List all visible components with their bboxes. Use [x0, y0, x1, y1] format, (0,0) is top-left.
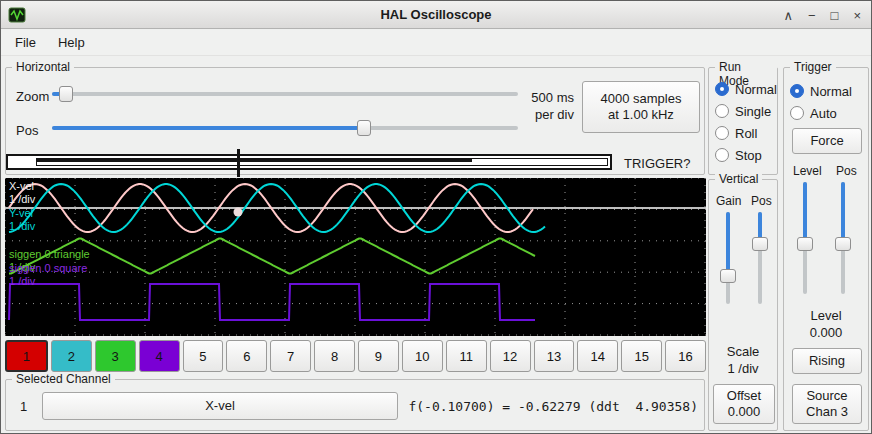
zoom-slider[interactable]: [52, 85, 518, 103]
radio-roll[interactable]: Roll: [715, 122, 777, 144]
radio-label: Normal: [735, 82, 777, 97]
sample-rate-label: at 1.00 kHz: [608, 107, 674, 123]
selected-channel-name-button[interactable]: X-vel: [42, 392, 398, 420]
trigger-level-slider[interactable]: [796, 182, 814, 294]
trigger-level-fill: [803, 182, 807, 244]
channel-button-15[interactable]: 15: [621, 340, 662, 372]
vertical-pos-handle[interactable]: [752, 237, 768, 251]
scale-caption: Scale: [709, 344, 777, 359]
radio-stop[interactable]: Stop: [715, 144, 777, 166]
channel-button-1[interactable]: 1: [5, 340, 48, 372]
close-icon[interactable]: ×: [853, 9, 861, 22]
timeline-view-window[interactable]: [36, 158, 608, 166]
gain-slider-handle[interactable]: [720, 269, 736, 283]
sample-count-label: 4000 samples: [601, 91, 682, 107]
waveform-siggen.0.square: [9, 284, 535, 320]
trigger-mode-radios: NormalAuto: [790, 80, 852, 124]
trigger-pos-slider-label: Pos: [836, 164, 857, 178]
trigger-pos-handle[interactable]: [835, 237, 851, 251]
scope-channel-scale: 1 /div: [9, 220, 35, 233]
trigger-point-marker-dot: [234, 208, 243, 217]
radio-indicator[interactable]: [715, 82, 729, 96]
trigger-edge-button[interactable]: Rising: [792, 348, 862, 374]
horizontal-group: Horizontal Zoom 500 ms per div 4000 samp…: [5, 67, 705, 175]
shade-icon[interactable]: ∧: [783, 9, 793, 22]
channel-button-5[interactable]: 5: [183, 340, 224, 372]
menu-help[interactable]: Help: [58, 35, 85, 50]
scope-channel-name: X-vel: [9, 180, 35, 193]
scope-svg: [5, 178, 706, 336]
zoom-slider-handle[interactable]: [59, 86, 73, 102]
offset-value: 0.000: [728, 404, 761, 420]
channel-button-3[interactable]: 3: [95, 340, 136, 372]
zoom-slider-groove[interactable]: [52, 92, 518, 96]
channel-button-16[interactable]: 16: [665, 340, 706, 372]
gain-slider-label: Gain: [716, 194, 741, 208]
radio-indicator[interactable]: [790, 106, 804, 120]
radio-indicator[interactable]: [715, 104, 729, 118]
channel-button-4[interactable]: 4: [139, 340, 180, 372]
channel-button-8[interactable]: 8: [314, 340, 355, 372]
trigger-position-marker[interactable]: [237, 149, 240, 177]
radio-label: Stop: [735, 148, 762, 163]
radio-label: Auto: [810, 106, 837, 121]
trigger-edge-label: Rising: [809, 353, 845, 369]
pos-slider-handle[interactable]: [357, 120, 371, 136]
vertical-group: Vertical Gain Pos Scale 1 /div Offset 0.…: [708, 179, 778, 431]
vertical-group-title: Vertical: [715, 172, 762, 186]
radio-label: Single: [735, 104, 771, 119]
trigger-level-handle[interactable]: [797, 237, 813, 251]
title-bar[interactable]: HAL Oscilloscope ∧ − □ ×: [1, 1, 871, 29]
timebase-unit: per div: [512, 106, 574, 123]
channel-button-row: 12345678910111213141516: [5, 340, 706, 372]
channel-button-11[interactable]: 11: [446, 340, 487, 372]
offset-button[interactable]: Offset 0.000: [713, 384, 775, 424]
channel-button-6[interactable]: 6: [226, 340, 267, 372]
trigger-group: Trigger NormalAuto Force Level Pos Level…: [783, 67, 869, 431]
scale-value: 1 /div: [709, 361, 777, 376]
window-controls: ∧ − □ ×: [783, 1, 861, 29]
force-trigger-button[interactable]: Force: [792, 128, 862, 154]
channel-button-9[interactable]: 9: [358, 340, 399, 372]
pos-slider[interactable]: [52, 119, 518, 137]
radio-normal[interactable]: Normal: [715, 78, 777, 100]
channel-button-2[interactable]: 2: [51, 340, 92, 372]
radio-label: Roll: [735, 126, 757, 141]
radio-single[interactable]: Single: [715, 100, 777, 122]
selected-channel-group: Selected Channel 1 X-vel f(-0.10700) = -…: [5, 379, 705, 431]
sample-rate-button[interactable]: 4000 samples at 1.00 kHz: [582, 81, 700, 133]
menu-file[interactable]: File: [15, 35, 36, 50]
channel-button-10[interactable]: 10: [402, 340, 443, 372]
trigger-source-caption: Source: [806, 388, 847, 404]
minimize-icon[interactable]: −: [808, 9, 816, 22]
vertical-pos-slider[interactable]: [751, 212, 769, 304]
trigger-question-label: TRIGGER?: [624, 156, 690, 171]
scope-channel-name: siggen.0.square: [9, 262, 87, 275]
radio-normal[interactable]: Normal: [790, 80, 852, 102]
maximize-icon[interactable]: □: [831, 9, 839, 22]
radio-auto[interactable]: Auto: [790, 102, 852, 124]
radio-indicator[interactable]: [715, 126, 729, 140]
zoom-label: Zoom: [16, 89, 49, 104]
selected-channel-name: X-vel: [205, 398, 235, 414]
scope-display[interactable]: X-vel1 /divY-vel1 /divsiggen.0.triangle1…: [5, 178, 706, 336]
radio-label: Normal: [810, 84, 852, 99]
offset-caption: Offset: [727, 388, 761, 404]
trigger-pos-slider[interactable]: [834, 182, 852, 294]
channel-button-7[interactable]: 7: [270, 340, 311, 372]
trigger-source-button[interactable]: Source Chan 3: [792, 384, 862, 424]
menu-bar: File Help: [1, 30, 871, 56]
channel-button-14[interactable]: 14: [577, 340, 618, 372]
channel-value-readout: f(-0.10700) = -0.62279 (ddt 4.90358): [404, 399, 698, 414]
radio-indicator[interactable]: [790, 84, 804, 98]
run-mode-radios: NormalSingleRollStop: [715, 78, 777, 166]
timebase-value: 500 ms: [512, 89, 574, 106]
channel-button-13[interactable]: 13: [534, 340, 575, 372]
channel-button-12[interactable]: 12: [490, 340, 531, 372]
pos-slider-fill: [52, 126, 364, 130]
acquisition-timeline[interactable]: [6, 154, 612, 170]
run-mode-group: Run Mode NormalSingleRollStop: [708, 67, 778, 175]
scope-channel-name: Y-vel: [9, 207, 35, 220]
gain-slider[interactable]: [719, 212, 737, 304]
radio-indicator[interactable]: [715, 148, 729, 162]
